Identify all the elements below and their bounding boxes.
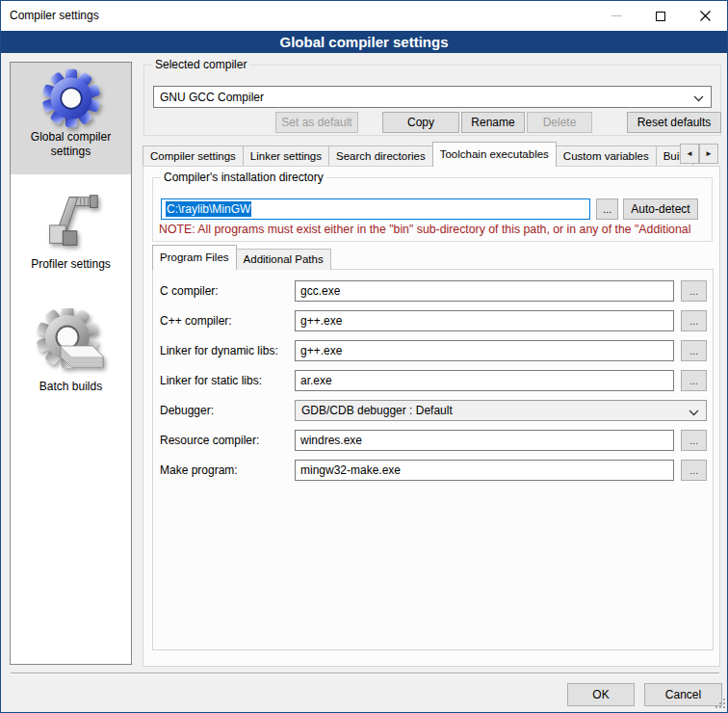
auto-detect-button[interactable]: Auto-detect [623, 198, 698, 220]
cpp-compiler-browse-button[interactable]: ... [681, 310, 707, 331]
subtab-program-files[interactable]: Program Files [152, 245, 237, 270]
c-compiler-label: C compiler: [160, 280, 295, 302]
make-program-input[interactable] [295, 460, 674, 481]
tab-scroll-right-icon: ► [705, 149, 713, 158]
gear-stack-icon [37, 308, 106, 378]
sidebar-item-label: Profiler settings [27, 255, 115, 276]
compiler-settings-tabstrip: Compiler settings Linker settings Search… [143, 142, 692, 167]
settings-category-list: Global compiler settings Profiler settin… [10, 62, 132, 665]
linker-static-label: Linker for static libs: [160, 370, 295, 391]
minimize-icon [611, 15, 622, 16]
c-compiler-browse-button[interactable]: ... [681, 280, 707, 302]
make-program-label: Make program: [160, 460, 295, 481]
compiler-select[interactable]: GNU GCC Compiler [153, 86, 712, 108]
linker-dynamic-input[interactable] [295, 340, 674, 361]
tab-linker-settings[interactable]: Linker settings [243, 145, 329, 167]
program-files-tabstrip: Program Files Additional Paths [152, 246, 330, 270]
c-compiler-input[interactable] [295, 280, 674, 302]
tab-search-directories[interactable]: Search directories [328, 145, 433, 167]
reset-defaults-button[interactable]: Reset defaults [627, 112, 721, 133]
window-title: Compiler settings [10, 9, 99, 22]
tab-custom-variables[interactable]: Custom variables [556, 145, 657, 167]
cancel-button[interactable]: Cancel [644, 683, 722, 706]
compiler-settings-dialog: Compiler settings Global compiler settin… [0, 0, 728, 713]
compiler-select-value: GNU GCC Compiler [160, 91, 264, 104]
resource-compiler-browse-button[interactable]: ... [681, 430, 707, 451]
linker-static-browse-button[interactable]: ... [681, 370, 707, 391]
sidebar-item-label: Batch builds [36, 378, 106, 398]
selected-compiler-group-label: Selected compiler [152, 58, 249, 71]
resource-compiler-input[interactable] [295, 430, 674, 451]
linker-static-input[interactable] [295, 370, 674, 391]
set-as-default-button[interactable]: Set as default [275, 112, 358, 133]
debugger-select-value: GDB/CDB debugger : Default [301, 404, 453, 417]
tab-scroll-left-button[interactable]: ◄ [680, 144, 699, 164]
tab-scroll-left-icon: ◄ [686, 149, 693, 158]
bin-subdirectory-note: NOTE: All programs must exist either in … [159, 223, 715, 236]
install-dir-input[interactable]: C:\raylib\MinGW [161, 198, 590, 220]
tab-compiler-settings[interactable]: Compiler settings [143, 145, 244, 167]
close-button[interactable] [683, 1, 727, 31]
maximize-icon [656, 12, 665, 21]
sidebar-item-batch-builds[interactable]: Batch builds [11, 308, 131, 398]
subtab-additional-paths[interactable]: Additional Paths [236, 249, 331, 270]
close-icon [700, 11, 711, 21]
delete-button[interactable]: Delete [527, 112, 592, 133]
linker-dynamic-browse-button[interactable]: ... [681, 340, 707, 361]
footer-separator [11, 673, 719, 674]
debugger-label: Debugger: [160, 400, 295, 421]
sidebar-item-profiler-settings[interactable]: Profiler settings [11, 188, 131, 276]
debugger-select[interactable]: GDB/CDB debugger : Default [295, 400, 707, 421]
resource-compiler-label: Resource compiler: [160, 430, 295, 451]
install-dir-selected-text: C:\raylib\MinGW [166, 201, 251, 217]
cpp-compiler-label: C++ compiler: [160, 310, 295, 331]
chevron-down-icon [693, 95, 704, 102]
sidebar-item-global-compiler-settings[interactable]: Global compiler settings [11, 63, 131, 174]
tab-scroll-right-button[interactable]: ► [699, 144, 718, 164]
rename-button[interactable]: Rename [461, 112, 525, 133]
tab-toolchain-executables[interactable]: Toolchain executables [432, 142, 557, 167]
installation-directory-group-label: Compiler's installation directory [161, 171, 326, 184]
caliper-icon [38, 188, 105, 255]
install-dir-browse-button[interactable]: ... [596, 198, 618, 220]
resize-grip[interactable] [715, 699, 717, 700]
linker-dynamic-label: Linker for dynamic libs: [160, 340, 295, 361]
maximize-button[interactable] [638, 1, 683, 31]
blue-gear-icon [41, 68, 101, 128]
dialog-banner: Global compiler settings [1, 31, 727, 53]
cpp-compiler-input[interactable] [295, 310, 674, 331]
make-program-browse-button[interactable]: ... [681, 460, 707, 481]
ok-button[interactable]: OK [567, 683, 635, 706]
copy-button[interactable]: Copy [382, 112, 459, 133]
minimize-button[interactable] [594, 1, 638, 31]
chevron-down-icon [689, 409, 699, 416]
sidebar-item-label: Global compiler settings [11, 128, 131, 163]
titlebar: Compiler settings [1, 1, 727, 31]
